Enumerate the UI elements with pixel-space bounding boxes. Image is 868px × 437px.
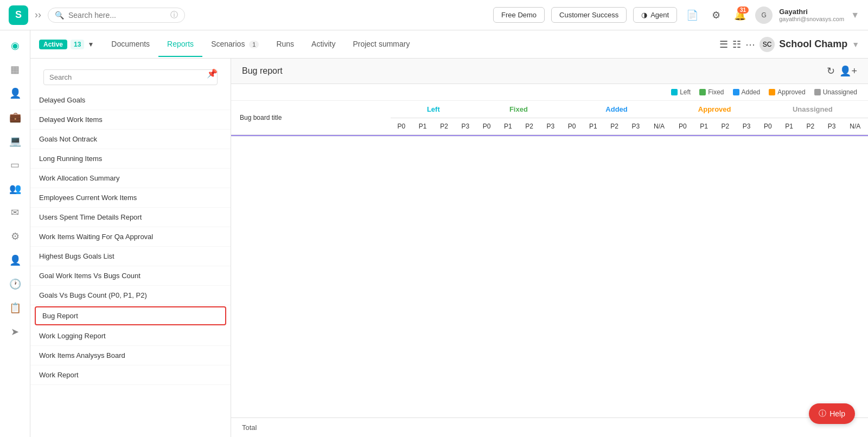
report-item-bug-report[interactable]: Bug Report <box>35 306 226 325</box>
active-badge[interactable]: Active 13 ▼ <box>39 40 94 49</box>
agent-button[interactable]: ◑ Agent <box>633 7 677 23</box>
legend-fixed: Fixed <box>699 88 724 96</box>
sidebar-item-card[interactable]: ▭ <box>4 154 26 176</box>
approved-p2: P2 <box>714 118 736 135</box>
help-icon: ⓘ <box>819 409 826 419</box>
report-item-goal-work-items-vs-bugs[interactable]: Goal Work Items Vs Bugs Count <box>30 266 231 286</box>
report-item-work-logging[interactable]: Work Logging Report <box>30 326 231 346</box>
report-item-work-allocation-summary[interactable]: Work Allocation Summary <box>30 169 231 188</box>
tab-activity[interactable]: Activity <box>303 32 344 57</box>
add-user-icon[interactable]: 👤+ <box>839 65 857 77</box>
header-divider <box>231 135 868 137</box>
left-p1: P1 <box>412 118 433 135</box>
report-item-work-items-waiting-qa[interactable]: Work Items Waiting For Qa Approval <box>30 227 231 247</box>
legend-unassigned: Unassigned <box>814 88 857 96</box>
left-p2: P2 <box>433 118 455 135</box>
tab-documents[interactable]: Documents <box>103 32 158 57</box>
sidebar-item-monitor[interactable]: 💻 <box>4 130 26 152</box>
report-title: Bug report <box>242 66 827 76</box>
approved-p1: P1 <box>693 118 714 135</box>
expand-icon[interactable]: ›› <box>35 9 41 21</box>
reports-list: Delayed Goals Delayed Work Items Goals N… <box>30 91 231 437</box>
sidebar-item-clock[interactable]: 🕐 <box>4 273 26 295</box>
report-item-highest-bugs[interactable]: Highest Bugs Goals List <box>30 247 231 266</box>
col-group-added: Added <box>561 101 672 118</box>
settings-icon-btn[interactable]: ⚙ <box>707 7 725 24</box>
document-icon: 📄 <box>686 9 698 21</box>
search-bar[interactable]: 🔍 ⓘ <box>48 8 185 23</box>
user-name: Gayathri <box>779 8 844 16</box>
approved-p3: P3 <box>736 118 757 135</box>
sidebar-item-report[interactable]: 📋 <box>4 297 26 319</box>
added-p3: P3 <box>625 118 646 135</box>
col-bug-board-title: Bug board title <box>231 101 391 135</box>
search-icon: 🔍 <box>55 11 64 20</box>
report-item-goals-vs-bugs-count[interactable]: Goals Vs Bugs Count (P0, P1, P2) <box>30 286 231 305</box>
pin-icon[interactable]: 📌 <box>207 68 218 79</box>
reports-search-input[interactable] <box>43 69 218 85</box>
report-item-long-running-items[interactable]: Long Running Items <box>30 149 231 169</box>
report-header: Bug report ↻ 👤+ <box>231 59 868 84</box>
grid-view-icon[interactable]: ☷ <box>732 38 741 50</box>
avatar[interactable]: G <box>755 7 773 24</box>
report-header-actions: ↻ 👤+ <box>827 65 857 77</box>
sidebar-item-send[interactable]: ➤ <box>4 321 26 343</box>
report-item-employees-current-work-items[interactable]: Employees Current Work Items <box>30 188 231 208</box>
user-email: gayathri@snovasys.com <box>779 16 844 22</box>
sidebar-item-team[interactable]: 👥 <box>4 178 26 200</box>
report-item-users-spent-time[interactable]: Users Spent Time Details Report <box>30 208 231 227</box>
legend-approved: Approved <box>769 88 805 96</box>
list-view-icon[interactable]: ☰ <box>719 38 728 50</box>
free-demo-button[interactable]: Free Demo <box>493 7 545 23</box>
tab-scenarios[interactable]: Scenarios 1 <box>202 32 267 57</box>
secondary-nav: Active 13 ▼ Documents Reports Scenarios … <box>30 30 868 59</box>
help-button[interactable]: ⓘ Help <box>809 403 855 424</box>
sidebar-item-home[interactable]: ◉ <box>4 35 26 56</box>
added-p1: P1 <box>583 118 604 135</box>
refresh-icon[interactable]: ↻ <box>827 65 835 77</box>
info-icon: ⓘ <box>170 10 178 20</box>
notification-icon-btn[interactable]: 🔔 31 <box>731 7 749 24</box>
project-dropdown-arrow[interactable]: ▼ <box>852 40 859 49</box>
fixed-p0: P0 <box>476 118 497 135</box>
project-title: School Champ ▼ <box>779 38 859 50</box>
report-item-work-items-analysis[interactable]: Work Items Analysys Board <box>30 346 231 365</box>
active-dropdown-arrow[interactable]: ▼ <box>87 41 94 48</box>
fixed-p3: P3 <box>540 118 561 135</box>
fixed-p1: P1 <box>497 118 519 135</box>
report-footer: Total <box>231 417 868 437</box>
customer-success-button[interactable]: Customer Success <box>551 7 627 23</box>
sidebar-item-settings[interactable]: ⚙ <box>4 226 26 247</box>
document-icon-btn[interactable]: 📄 <box>684 7 701 24</box>
avatar-initials: G <box>761 11 766 19</box>
report-item-work-report[interactable]: Work Report <box>30 365 231 385</box>
left-sidebar: ◉ ▦ 👤 💼 💻 ▭ 👥 ✉ ⚙ 👤 🕐 📋 ➤ <box>0 30 30 437</box>
tab-project-summary[interactable]: Project summary <box>344 32 418 57</box>
report-item-goals-not-ontrack[interactable]: Goals Not Ontrack <box>30 130 231 149</box>
added-p2: P2 <box>604 118 625 135</box>
active-tag: Active <box>39 40 67 49</box>
unassigned-p3: P3 <box>821 118 842 135</box>
legend-dot-approved <box>769 89 775 95</box>
sidebar-item-dashboard[interactable]: ▦ <box>4 59 26 80</box>
col-group-approved: Approved <box>672 101 757 118</box>
report-item-delayed-work-items[interactable]: Delayed Work Items <box>30 110 231 130</box>
legend-dot-unassigned <box>814 89 821 95</box>
tab-runs[interactable]: Runs <box>267 32 303 57</box>
user-dropdown-arrow[interactable]: ▼ <box>851 10 859 20</box>
app-logo[interactable]: S <box>9 5 28 25</box>
sidebar-item-projects[interactable]: 💼 <box>4 106 26 128</box>
legend-left: Left <box>671 88 691 96</box>
left-p3: P3 <box>455 118 476 135</box>
tab-reports[interactable]: Reports <box>158 32 202 57</box>
sidebar-item-mail[interactable]: ✉ <box>4 202 26 223</box>
nav-right: ☰ ☷ ⋯ SC School Champ ▼ <box>719 37 859 52</box>
user-info: Gayathri gayathri@snovasys.com <box>779 8 844 22</box>
sidebar-item-person[interactable]: 👤 <box>4 82 26 104</box>
added-p0: P0 <box>561 118 582 135</box>
report-item-delayed-goals[interactable]: Delayed Goals <box>30 91 231 110</box>
sidebar-item-user2[interactable]: 👤 <box>4 249 26 271</box>
legend-dot-fixed <box>699 89 706 95</box>
more-icon[interactable]: ⋯ <box>745 38 755 50</box>
search-input[interactable] <box>68 11 166 20</box>
